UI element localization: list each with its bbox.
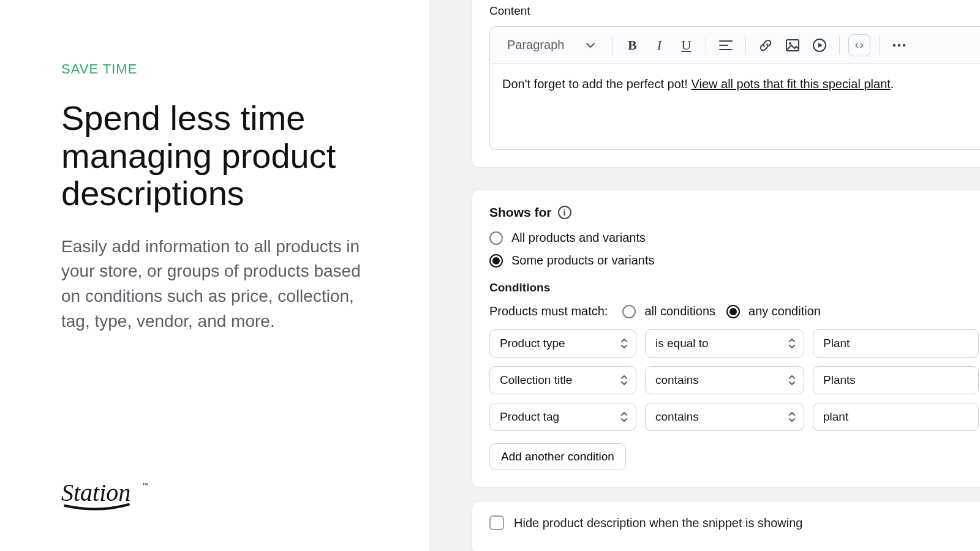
- hide-description-option[interactable]: Hide product description when the snippe…: [489, 515, 980, 530]
- condition-field-label: Collection title: [500, 373, 572, 387]
- updown-icon: [620, 411, 628, 422]
- condition-value-input[interactable]: [813, 366, 979, 394]
- updown-icon: [788, 411, 796, 422]
- condition-operator-select[interactable]: contains: [645, 366, 804, 394]
- image-icon: [786, 39, 799, 51]
- condition-row: Product tagcontains: [489, 403, 980, 431]
- svg-text:Station: Station: [61, 480, 130, 506]
- align-button[interactable]: [715, 34, 737, 56]
- svg-point-5: [893, 43, 895, 46]
- condition-value-input[interactable]: [813, 329, 979, 358]
- underline-button[interactable]: U: [675, 34, 697, 56]
- page-headline: Spend less time managing product descrip…: [61, 99, 355, 212]
- toolbar-separator: [839, 36, 840, 54]
- more-icon: [892, 43, 907, 48]
- scope-all-label: All products and variants: [511, 231, 646, 245]
- editor-text: Don't forget to add the perfect pot!: [502, 77, 691, 91]
- link-icon: [759, 39, 772, 52]
- code-icon: [855, 40, 864, 51]
- link-button[interactable]: [755, 34, 777, 56]
- match-all-label: all conditions: [644, 304, 715, 318]
- play-icon: [813, 39, 826, 52]
- shows-for-title: Shows for: [489, 205, 552, 220]
- content-editor-card: Content Paragraph B I U: [472, 0, 980, 168]
- condition-field-label: Product tag: [500, 410, 559, 424]
- svg-point-7: [903, 43, 905, 46]
- updown-icon: [788, 375, 796, 386]
- rich-text-editor: Paragraph B I U: [489, 26, 980, 150]
- eyebrow: SAVE TIME: [61, 61, 380, 77]
- image-button[interactable]: [782, 34, 804, 56]
- svg-point-6: [898, 43, 900, 46]
- updown-icon: [788, 338, 796, 349]
- visibility-rules-card: Shows for i All products and variants So…: [472, 190, 980, 488]
- radio-icon: [489, 231, 503, 245]
- paragraph-style-label: Paragraph: [507, 38, 564, 52]
- updown-icon: [620, 338, 628, 349]
- condition-value-input[interactable]: [813, 403, 979, 431]
- checkbox-icon: [489, 515, 504, 530]
- condition-operator-label: is equal to: [655, 337, 709, 350]
- svg-text:™: ™: [142, 482, 148, 489]
- hide-description-label: Hide product description when the snippe…: [514, 516, 802, 530]
- updown-icon: [620, 375, 628, 386]
- editor-toolbar: Paragraph B I U: [490, 27, 980, 64]
- footer-options-card: Hide product description when the snippe…: [472, 502, 980, 551]
- content-field-label: Content: [489, 4, 980, 18]
- info-icon[interactable]: i: [558, 206, 571, 219]
- add-condition-button[interactable]: Add another condition: [489, 443, 626, 470]
- condition-field-select[interactable]: Collection title: [489, 366, 636, 394]
- bold-icon: B: [628, 37, 637, 53]
- video-button[interactable]: [809, 34, 831, 56]
- toolbar-separator: [706, 36, 706, 54]
- align-left-icon: [719, 40, 733, 51]
- condition-operator-select[interactable]: is equal to: [645, 329, 804, 358]
- condition-field-select[interactable]: Product type: [489, 329, 636, 358]
- more-button[interactable]: [888, 34, 910, 56]
- italic-button[interactable]: I: [648, 34, 670, 56]
- underline-icon: U: [681, 37, 691, 53]
- toolbar-separator: [879, 36, 880, 54]
- radio-checked-icon: [489, 254, 503, 268]
- chevron-down-icon: [586, 42, 595, 48]
- condition-operator-label: contains: [655, 373, 699, 387]
- condition-row: Collection titlecontains: [489, 366, 980, 394]
- radio-checked-icon: [726, 305, 740, 318]
- condition-operator-label: contains: [655, 410, 699, 424]
- match-label: Products must match:: [489, 304, 608, 318]
- scope-some-option[interactable]: Some products or variants: [489, 253, 980, 268]
- scope-some-label: Some products or variants: [511, 253, 654, 268]
- toolbar-separator: [612, 36, 612, 54]
- condition-field-label: Product type: [500, 337, 565, 350]
- match-any-option[interactable]: any condition: [726, 304, 821, 318]
- paragraph-style-select[interactable]: Paragraph: [499, 33, 603, 57]
- editor-link[interactable]: View all pots that fit this special plan…: [691, 77, 890, 91]
- toolbar-separator: [745, 36, 746, 54]
- editor-text-suffix: .: [891, 77, 894, 91]
- source-code-button[interactable]: [848, 34, 870, 56]
- page-subcopy: Easily add information to all products i…: [61, 234, 380, 334]
- editor-content[interactable]: Don't forget to add the perfect pot! Vie…: [490, 64, 980, 149]
- brand-logo: Station ™: [61, 480, 380, 527]
- bold-button[interactable]: B: [621, 34, 643, 56]
- svg-point-3: [789, 42, 791, 45]
- scope-all-option[interactable]: All products and variants: [489, 231, 980, 245]
- condition-field-select[interactable]: Product tag: [489, 403, 636, 431]
- conditions-label: Conditions: [489, 281, 980, 294]
- radio-icon: [622, 305, 636, 318]
- condition-row: Product typeis equal to: [489, 329, 980, 358]
- match-all-option[interactable]: all conditions: [622, 304, 715, 318]
- match-any-label: any condition: [748, 304, 821, 318]
- condition-operator-select[interactable]: contains: [645, 403, 804, 431]
- italic-icon: I: [657, 37, 662, 53]
